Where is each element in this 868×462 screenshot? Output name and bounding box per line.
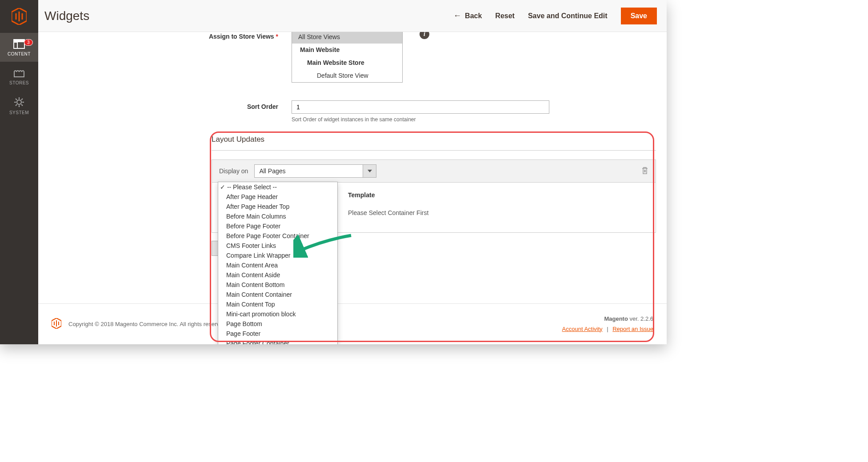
page-header: Widgets ← Back Reset Save and Continue E… <box>38 0 667 32</box>
content-icon <box>13 39 25 49</box>
save-button[interactable]: Save <box>621 8 657 24</box>
back-button[interactable]: ← Back <box>453 11 482 20</box>
dropdown-option[interactable]: Main Content Top <box>218 299 337 309</box>
nav-label: SYSTEM <box>0 110 38 115</box>
template-placeholder-msg: Please Select Container First <box>348 209 644 216</box>
chevron-down-icon[interactable] <box>363 164 376 178</box>
store-option-store[interactable]: Main Website Store <box>292 56 402 69</box>
store-option-view[interactable]: Default Store View <box>292 69 402 82</box>
svg-point-3 <box>17 100 21 104</box>
footer-version: ver. 2.2.6 <box>630 315 653 322</box>
back-arrow-icon: ← <box>453 11 461 20</box>
display-on-label: Display on <box>219 167 248 175</box>
page-title: Widgets <box>44 9 440 23</box>
magento-logo[interactable] <box>12 8 27 25</box>
back-label: Back <box>465 12 482 20</box>
dropdown-option[interactable]: CMS Footer Links <box>218 241 337 251</box>
nav-label: CONTENT <box>0 52 38 56</box>
svg-line-8 <box>16 99 17 100</box>
dropdown-option[interactable]: Before Page Footer Container <box>218 231 337 241</box>
layout-updates-section: Layout Updates Display on All Pages <box>212 135 656 256</box>
dropdown-option[interactable]: Main Content Aside <box>218 270 337 280</box>
store-option-website[interactable]: Main Website <box>292 44 402 56</box>
dropdown-option[interactable]: Page Footer Container <box>218 339 337 344</box>
sort-order-hint: Sort Order of widget instances in the sa… <box>292 116 549 123</box>
layout-card-header: Display on All Pages <box>212 160 656 183</box>
page-footer: Copyright © 2018 Magento Commerce Inc. A… <box>38 303 667 344</box>
dropdown-option[interactable]: Main Content Area <box>218 260 337 270</box>
trash-icon <box>641 167 648 175</box>
dropdown-option[interactable]: After Page Header <box>218 192 337 202</box>
svg-line-10 <box>21 99 23 100</box>
nav-content[interactable]: CONTENT 3 <box>0 33 38 62</box>
footer-copyright: Copyright © 2018 Magento Commerce Inc. A… <box>68 321 228 327</box>
nav-stores[interactable]: STORES <box>0 62 38 91</box>
admin-sidebar: CONTENT 3 STORES SYSTEM <box>0 0 38 344</box>
stores-icon <box>13 68 25 78</box>
footer-separator: | <box>607 326 608 332</box>
reset-button[interactable]: Reset <box>495 12 515 20</box>
footer-product: Magento <box>604 315 628 322</box>
dropdown-option[interactable]: Page Footer <box>218 329 337 339</box>
dropdown-option[interactable]: Mini-cart promotion block <box>218 309 337 319</box>
svg-line-9 <box>21 104 23 106</box>
dropdown-option[interactable]: -- Please Select -- <box>218 182 337 192</box>
sort-order-input[interactable] <box>292 100 549 114</box>
dropdown-option[interactable]: Page Bottom <box>218 319 337 329</box>
magento-footer-logo <box>52 318 61 330</box>
sort-order-label: Sort Order <box>38 100 292 110</box>
store-option-all[interactable]: All Store Views <box>292 31 402 44</box>
dropdown-option[interactable]: Before Page Footer <box>218 221 337 231</box>
template-heading: Template <box>348 191 644 199</box>
dropdown-option[interactable]: Before Main Columns <box>218 211 337 221</box>
container-dropdown-list[interactable]: -- Please Select --After Page HeaderAfte… <box>218 182 338 344</box>
account-activity-link[interactable]: Account Activity <box>562 326 603 332</box>
dropdown-option[interactable]: After Page Header Top <box>218 202 337 211</box>
notification-badge: 3 <box>24 39 33 46</box>
content-area: Assign to Store Views All Store Views Ma… <box>38 32 667 344</box>
nav-system[interactable]: SYSTEM <box>0 91 38 120</box>
report-issue-link[interactable]: Report an Issue <box>612 326 653 332</box>
dropdown-option[interactable]: Main Content Container <box>218 290 337 299</box>
dropdown-option[interactable]: Main Content Bottom <box>218 280 337 290</box>
svg-line-11 <box>16 104 17 106</box>
nav-label: STORES <box>0 80 38 85</box>
display-on-value: All Pages <box>254 164 363 178</box>
delete-layout-button[interactable] <box>641 167 648 176</box>
store-views-select[interactable]: All Store Views Main Website Main Websit… <box>292 30 403 83</box>
save-continue-button[interactable]: Save and Continue Edit <box>528 12 608 20</box>
dropdown-option[interactable]: Compare Link Wrapper <box>218 251 337 260</box>
layout-updates-title: Layout Updates <box>212 135 656 151</box>
display-on-select[interactable]: All Pages <box>254 164 376 178</box>
gear-icon <box>14 97 24 108</box>
svg-rect-2 <box>14 42 17 48</box>
